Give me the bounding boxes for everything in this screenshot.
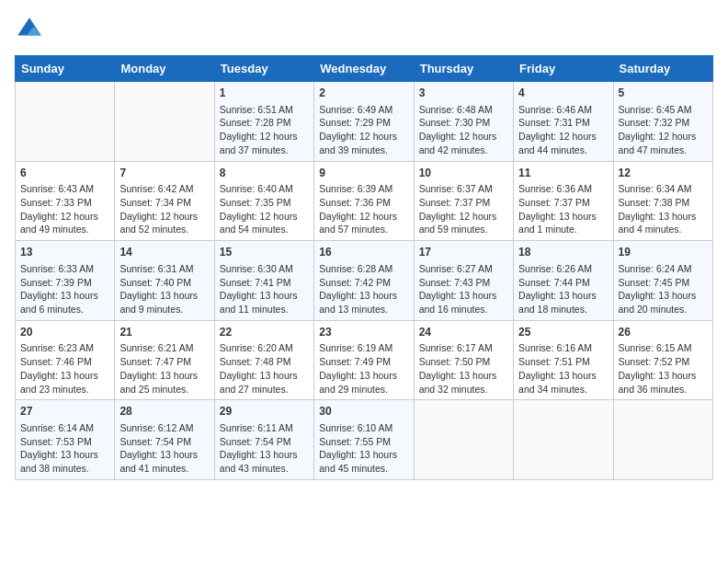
day-info: Sunrise: 6:43 AM Sunset: 7:33 PM Dayligh… xyxy=(20,182,109,236)
calendar-cell: 29Sunrise: 6:11 AM Sunset: 7:54 PM Dayli… xyxy=(214,400,313,480)
calendar-cell: 21Sunrise: 6:21 AM Sunset: 7:47 PM Dayli… xyxy=(115,320,214,400)
calendar-cell: 5Sunrise: 6:45 AM Sunset: 7:32 PM Daylig… xyxy=(613,82,712,162)
day-info: Sunrise: 6:39 AM Sunset: 7:36 PM Dayligh… xyxy=(319,182,408,236)
day-number: 7 xyxy=(119,166,209,181)
day-number: 9 xyxy=(319,166,408,181)
day-info: Sunrise: 6:24 AM Sunset: 7:45 PM Dayligh… xyxy=(619,262,708,316)
day-info: Sunrise: 6:10 AM Sunset: 7:55 PM Dayligh… xyxy=(319,421,408,476)
calendar-cell xyxy=(514,400,613,480)
day-number: 10 xyxy=(419,166,508,181)
day-info: Sunrise: 6:14 AM Sunset: 7:53 PM Dayligh… xyxy=(20,421,109,476)
day-number: 27 xyxy=(20,404,109,419)
day-number: 19 xyxy=(619,245,708,260)
day-number: 25 xyxy=(518,325,608,340)
day-number: 23 xyxy=(319,325,408,340)
day-number: 13 xyxy=(20,245,109,260)
calendar-table: SundayMondayTuesdayWednesdayThursdayFrid… xyxy=(15,55,713,480)
day-info: Sunrise: 6:23 AM Sunset: 7:46 PM Dayligh… xyxy=(20,341,109,396)
calendar-cell xyxy=(414,400,513,480)
calendar-week-row: 27Sunrise: 6:14 AM Sunset: 7:53 PM Dayli… xyxy=(16,400,713,480)
day-info: Sunrise: 6:46 AM Sunset: 7:31 PM Dayligh… xyxy=(518,103,608,157)
day-info: Sunrise: 6:26 AM Sunset: 7:44 PM Dayligh… xyxy=(518,262,608,316)
day-info: Sunrise: 6:36 AM Sunset: 7:37 PM Dayligh… xyxy=(518,182,608,236)
calendar-cell: 7Sunrise: 6:42 AM Sunset: 7:34 PM Daylig… xyxy=(115,161,214,241)
calendar-cell: 20Sunrise: 6:23 AM Sunset: 7:46 PM Dayli… xyxy=(16,320,115,400)
day-info: Sunrise: 6:48 AM Sunset: 7:30 PM Dayligh… xyxy=(419,103,508,157)
day-number: 30 xyxy=(319,404,408,419)
calendar-cell: 4Sunrise: 6:46 AM Sunset: 7:31 PM Daylig… xyxy=(514,82,613,162)
calendar-cell: 14Sunrise: 6:31 AM Sunset: 7:40 PM Dayli… xyxy=(115,241,214,321)
calendar-cell: 11Sunrise: 6:36 AM Sunset: 7:37 PM Dayli… xyxy=(514,161,613,241)
day-info: Sunrise: 6:51 AM Sunset: 7:28 PM Dayligh… xyxy=(220,103,309,157)
calendar-cell: 9Sunrise: 6:39 AM Sunset: 7:36 PM Daylig… xyxy=(314,161,414,241)
calendar-week-row: 13Sunrise: 6:33 AM Sunset: 7:39 PM Dayli… xyxy=(16,241,713,321)
day-number: 12 xyxy=(619,166,708,181)
calendar-cell xyxy=(115,82,214,162)
day-number: 26 xyxy=(619,325,708,340)
day-number: 16 xyxy=(319,245,408,260)
day-number: 21 xyxy=(119,325,209,340)
calendar-cell: 16Sunrise: 6:28 AM Sunset: 7:42 PM Dayli… xyxy=(314,241,414,321)
day-number: 11 xyxy=(518,166,608,181)
day-info: Sunrise: 6:37 AM Sunset: 7:37 PM Dayligh… xyxy=(419,182,508,236)
day-number: 3 xyxy=(419,86,508,101)
day-number: 29 xyxy=(220,404,309,419)
day-info: Sunrise: 6:34 AM Sunset: 7:38 PM Dayligh… xyxy=(619,182,708,236)
day-info: Sunrise: 6:28 AM Sunset: 7:42 PM Dayligh… xyxy=(319,262,408,316)
day-number: 17 xyxy=(419,245,508,260)
calendar-cell xyxy=(16,82,115,162)
day-info: Sunrise: 6:12 AM Sunset: 7:54 PM Dayligh… xyxy=(119,421,209,476)
day-number: 15 xyxy=(220,245,309,260)
day-number: 20 xyxy=(20,325,109,340)
calendar-cell: 12Sunrise: 6:34 AM Sunset: 7:38 PM Dayli… xyxy=(613,161,712,241)
day-number: 6 xyxy=(20,166,109,181)
logo-icon xyxy=(15,15,44,44)
calendar-cell: 3Sunrise: 6:48 AM Sunset: 7:30 PM Daylig… xyxy=(414,82,513,162)
weekday-header: Tuesday xyxy=(214,56,313,82)
day-number: 28 xyxy=(119,404,209,419)
day-info: Sunrise: 6:45 AM Sunset: 7:32 PM Dayligh… xyxy=(619,103,708,157)
day-info: Sunrise: 6:27 AM Sunset: 7:43 PM Dayligh… xyxy=(419,262,508,316)
day-number: 14 xyxy=(119,245,209,260)
calendar-cell: 18Sunrise: 6:26 AM Sunset: 7:44 PM Dayli… xyxy=(514,241,613,321)
day-number: 1 xyxy=(220,86,309,101)
calendar-week-row: 6Sunrise: 6:43 AM Sunset: 7:33 PM Daylig… xyxy=(16,161,713,241)
calendar-cell: 23Sunrise: 6:19 AM Sunset: 7:49 PM Dayli… xyxy=(314,320,414,400)
calendar-cell: 8Sunrise: 6:40 AM Sunset: 7:35 PM Daylig… xyxy=(214,161,313,241)
weekday-header: Sunday xyxy=(16,56,115,82)
day-info: Sunrise: 6:20 AM Sunset: 7:48 PM Dayligh… xyxy=(220,341,309,396)
day-info: Sunrise: 6:17 AM Sunset: 7:50 PM Dayligh… xyxy=(419,341,508,396)
page-header xyxy=(15,15,713,44)
day-info: Sunrise: 6:21 AM Sunset: 7:47 PM Dayligh… xyxy=(119,341,209,396)
weekday-header: Saturday xyxy=(613,56,712,82)
calendar-cell: 15Sunrise: 6:30 AM Sunset: 7:41 PM Dayli… xyxy=(214,241,313,321)
weekday-header: Friday xyxy=(514,56,613,82)
day-number: 2 xyxy=(319,86,408,101)
day-info: Sunrise: 6:11 AM Sunset: 7:54 PM Dayligh… xyxy=(220,421,309,476)
calendar-cell: 30Sunrise: 6:10 AM Sunset: 7:55 PM Dayli… xyxy=(314,400,414,480)
calendar-cell: 17Sunrise: 6:27 AM Sunset: 7:43 PM Dayli… xyxy=(414,241,513,321)
weekday-header: Monday xyxy=(115,56,214,82)
weekday-header: Wednesday xyxy=(314,56,414,82)
day-number: 18 xyxy=(518,245,608,260)
calendar-cell: 10Sunrise: 6:37 AM Sunset: 7:37 PM Dayli… xyxy=(414,161,513,241)
day-number: 22 xyxy=(220,325,309,340)
calendar-cell: 24Sunrise: 6:17 AM Sunset: 7:50 PM Dayli… xyxy=(414,320,513,400)
day-number: 4 xyxy=(518,86,608,101)
day-info: Sunrise: 6:15 AM Sunset: 7:52 PM Dayligh… xyxy=(619,341,708,396)
day-info: Sunrise: 6:19 AM Sunset: 7:49 PM Dayligh… xyxy=(319,341,408,396)
calendar-week-row: 20Sunrise: 6:23 AM Sunset: 7:46 PM Dayli… xyxy=(16,320,713,400)
day-number: 5 xyxy=(619,86,708,101)
day-info: Sunrise: 6:16 AM Sunset: 7:51 PM Dayligh… xyxy=(518,341,608,396)
day-number: 8 xyxy=(220,166,309,181)
day-info: Sunrise: 6:30 AM Sunset: 7:41 PM Dayligh… xyxy=(220,262,309,316)
day-info: Sunrise: 6:42 AM Sunset: 7:34 PM Dayligh… xyxy=(119,182,209,236)
calendar-cell: 13Sunrise: 6:33 AM Sunset: 7:39 PM Dayli… xyxy=(16,241,115,321)
calendar-cell: 28Sunrise: 6:12 AM Sunset: 7:54 PM Dayli… xyxy=(115,400,214,480)
calendar-week-row: 1Sunrise: 6:51 AM Sunset: 7:28 PM Daylig… xyxy=(16,82,713,162)
day-info: Sunrise: 6:40 AM Sunset: 7:35 PM Dayligh… xyxy=(220,182,309,236)
day-info: Sunrise: 6:33 AM Sunset: 7:39 PM Dayligh… xyxy=(20,262,109,316)
calendar-cell: 6Sunrise: 6:43 AM Sunset: 7:33 PM Daylig… xyxy=(16,161,115,241)
calendar-cell: 22Sunrise: 6:20 AM Sunset: 7:48 PM Dayli… xyxy=(214,320,313,400)
calendar-cell: 25Sunrise: 6:16 AM Sunset: 7:51 PM Dayli… xyxy=(514,320,613,400)
